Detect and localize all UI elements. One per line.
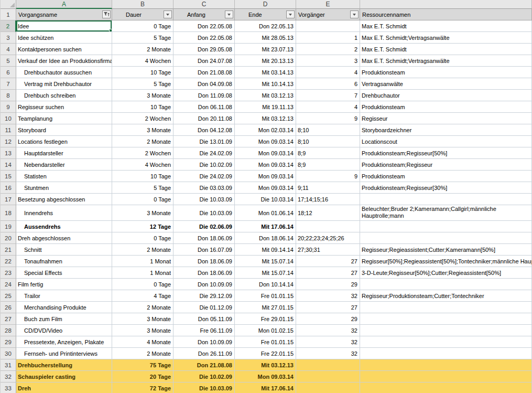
cell-vorgaenger[interactable]: 2 — [296, 44, 360, 55]
cell-dauer[interactable]: 2 Monate — [112, 44, 173, 55]
filter-dropdown-button[interactable] — [164, 10, 172, 18]
cell-vorgangsname[interactable]: Dreh abgeschlossen — [16, 232, 112, 244]
cell-vorgaenger[interactable] — [296, 221, 360, 232]
cell-vorgaenger[interactable]: 4 — [296, 67, 360, 78]
row-header[interactable]: 24 — [1, 279, 16, 290]
cell-vorgaenger[interactable]: 29 — [296, 313, 360, 325]
row-header[interactable]: 17 — [1, 194, 16, 205]
cell-ressourcennamen[interactable]: Produktionsteam — [360, 171, 532, 182]
cell-ressourcennamen[interactable]: Beleuchter;Bruder 2;Kameramann;Callgirl;… — [360, 205, 532, 221]
cell-dauer[interactable]: 5 Tage — [112, 78, 173, 90]
row-header[interactable]: 13 — [1, 147, 16, 159]
cell-ende[interactable]: Mon 09.03.14 — [235, 147, 296, 159]
cell-anfang[interactable]: Don 10.09.09 — [173, 279, 235, 290]
cell-vorgangsname[interactable]: Statisten — [16, 171, 112, 182]
cell-dauer[interactable]: 3 Monate — [112, 325, 173, 336]
cell-dauer[interactable]: 0 Tage — [112, 279, 173, 290]
cell-vorgaenger[interactable]: 27 — [296, 302, 360, 313]
cell-vorgangsname[interactable]: Dreh — [16, 383, 112, 393]
header-cell-ende[interactable]: Ende — [235, 9, 296, 20]
cell-vorgaenger[interactable]: 9;11 — [296, 182, 360, 194]
cell-vorgangsname[interactable]: Kontaktpersonen suchen — [16, 44, 112, 55]
cell-anfang[interactable]: Don 22.05.08 — [173, 32, 235, 44]
row-header[interactable]: 25 — [1, 290, 16, 302]
cell-ende[interactable]: Fre 22.01.15 — [235, 348, 296, 359]
cell-vorgaenger[interactable]: 4 — [296, 101, 360, 113]
cell-ende[interactable]: Mit 09.14.14 — [235, 244, 296, 256]
cell-ende[interactable]: Mit 23.07.13 — [235, 44, 296, 55]
cell-anfang[interactable]: Don 06.11.08 — [173, 101, 235, 113]
cell-ressourcennamen[interactable]: Produktionsteam;Regisseur[50%] — [360, 147, 532, 159]
cell-ressourcennamen[interactable] — [360, 325, 532, 336]
cell-ressourcennamen[interactable]: Regisseur[50%];Regieassistent[50%];Tonte… — [360, 256, 532, 267]
cell-vorgaenger[interactable]: 8;10 — [296, 124, 360, 136]
cell-anfang[interactable]: Don 04.12.08 — [173, 124, 235, 136]
cell-vorgaenger[interactable]: 32 — [296, 336, 360, 348]
cell-vorgangsname[interactable]: Schauspieler casting — [16, 371, 112, 383]
cell-vorgaenger[interactable] — [296, 359, 360, 371]
cell-vorgangsname[interactable]: CD/DVD/Video — [16, 325, 112, 336]
header-cell-dauer[interactable]: Dauer — [112, 9, 173, 20]
cell-ressourcennamen[interactable]: Produktionsteam;Regisseur[30%] — [360, 182, 532, 194]
cell-dauer[interactable]: 0 Tage — [112, 232, 173, 244]
cell-vorgaenger[interactable]: 27 — [296, 256, 360, 267]
column-header-a[interactable]: A — [16, 0, 112, 9]
cell-ende[interactable]: Mon 09.03.14 — [235, 182, 296, 194]
row-header[interactable]: 20 — [1, 232, 16, 244]
cell-ende[interactable]: Mit 10.14.13 — [235, 78, 296, 90]
cell-ressourcennamen[interactable]: Max E.T. Schmidt;Vertragsanwälte — [360, 55, 532, 67]
cell-ende[interactable]: Mit 19.11.13 — [235, 101, 296, 113]
cell-ressourcennamen[interactable]: Regisseur;Regieassistent;Cutter;Kamerama… — [360, 244, 532, 256]
filter-dropdown-button[interactable] — [350, 10, 359, 18]
column-header-b[interactable]: B — [112, 0, 173, 9]
row-header[interactable]: 4 — [1, 44, 16, 55]
row-header[interactable]: 18 — [1, 205, 16, 221]
cell-dauer[interactable]: 4 Wochen — [112, 55, 173, 67]
cell-ressourcennamen[interactable] — [360, 279, 532, 290]
cell-anfang[interactable]: Die 10.03.09 — [173, 205, 235, 221]
cell-anfang[interactable]: Fre 06.11.09 — [173, 325, 235, 336]
cell-vorgangsname[interactable]: Pressetexte, Anzeigen, Plakate — [16, 336, 112, 348]
cell-vorgaenger[interactable]: 9 — [296, 171, 360, 182]
cell-vorgangsname[interactable]: Innendrehs — [16, 205, 112, 221]
row-header[interactable]: 5 — [1, 55, 16, 67]
row-header[interactable]: 31 — [1, 359, 16, 371]
cell-ressourcennamen[interactable] — [360, 313, 532, 325]
cell-anfang[interactable]: Don 18.06.09 — [173, 232, 235, 244]
cell-vorgangsname[interactable]: Film fertig — [16, 279, 112, 290]
cell-ende[interactable]: Mit 03.14.13 — [235, 67, 296, 78]
cell-anfang[interactable]: Die 02.06.09 — [173, 221, 235, 232]
cell-vorgaenger[interactable]: 9 — [296, 113, 360, 124]
cell-ressourcennamen[interactable] — [360, 302, 532, 313]
cell-ressourcennamen[interactable]: Max E.T. Schmidt — [360, 44, 532, 55]
cell-ende[interactable]: Mon 02.03.14 — [235, 124, 296, 136]
cell-dauer[interactable]: 10 Tage — [112, 171, 173, 182]
cell-ende[interactable]: Mit 20.13.13 — [235, 55, 296, 67]
header-cell-vorgaenger[interactable]: Vorgänger — [296, 9, 360, 20]
row-header[interactable]: 14 — [1, 159, 16, 171]
cell-vorgaenger[interactable] — [296, 20, 360, 32]
row-header[interactable]: 22 — [1, 256, 16, 267]
cell-dauer[interactable]: 0 Tage — [112, 20, 173, 32]
cell-anfang[interactable]: Die 13.01.09 — [173, 136, 235, 147]
cell-vorgangsname[interactable]: Nebendarsteller — [16, 159, 112, 171]
row-header[interactable]: 9 — [1, 101, 16, 113]
cell-vorgaenger[interactable]: 1 — [296, 32, 360, 44]
cell-anfang[interactable]: Don 05.11.09 — [173, 313, 235, 325]
cell-dauer[interactable]: 4 Tage — [112, 290, 173, 302]
cell-anfang[interactable]: Don 21.08.08 — [173, 67, 235, 78]
cell-ressourcennamen[interactable]: Produktionsteam — [360, 67, 532, 78]
header-cell-anfang[interactable]: Anfang — [173, 9, 235, 20]
cell-vorgaenger[interactable]: 32 — [296, 290, 360, 302]
row-header[interactable]: 10 — [1, 113, 16, 124]
cell-vorgaenger[interactable]: 7 — [296, 90, 360, 101]
cell-anfang[interactable]: Die 10.03.09 — [173, 383, 235, 393]
cell-vorgangsname[interactable]: Teamplanung — [16, 113, 112, 124]
cell-dauer[interactable]: 3 Monate — [112, 124, 173, 136]
column-header-e[interactable]: E — [296, 0, 360, 9]
cell-anfang[interactable]: Don 04.09.08 — [173, 78, 235, 90]
row-header[interactable]: 29 — [1, 336, 16, 348]
cell-vorgangsname[interactable]: Buch zum Film — [16, 313, 112, 325]
cell-ressourcennamen[interactable]: Max E.T. Schmidt;Vertragsanwälte — [360, 32, 532, 44]
cell-anfang[interactable]: Don 29.05.08 — [173, 44, 235, 55]
